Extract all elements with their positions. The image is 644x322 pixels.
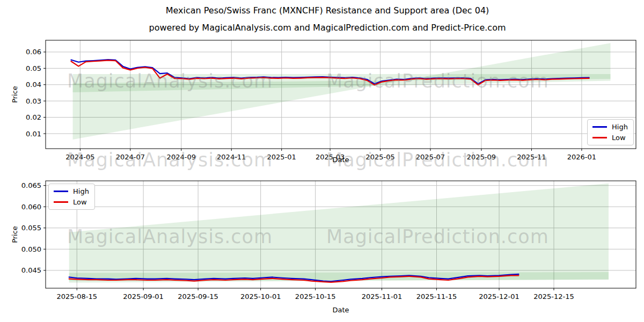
x-tick-label: 2025-10-15 xyxy=(295,292,336,301)
legend-entry-low: Low xyxy=(592,133,628,142)
y-axis-label-price-bottom: Price xyxy=(10,208,20,261)
x-tick-label: 2025-09-15 xyxy=(178,292,218,301)
high-line-sample xyxy=(592,126,607,128)
x-tick-label: 2025-11-01 xyxy=(362,292,402,301)
legend-top-chart: High Low xyxy=(587,119,634,145)
low-line-sample xyxy=(592,137,607,138)
x-tick-label: 2025-09-01 xyxy=(123,292,164,301)
y-tick-label: 0.055 xyxy=(21,224,41,232)
y-tick-label: 0.060 xyxy=(21,203,41,211)
legend-bottom-chart: High Low xyxy=(48,184,95,210)
x-tick-label: 2025-11-15 xyxy=(416,292,457,301)
y-tick-label: 0.02 xyxy=(26,113,41,121)
x-axis-label-date-top: Date xyxy=(46,156,636,164)
legend-entry-high: High xyxy=(592,122,628,131)
y-tick-label: 0.045 xyxy=(21,266,41,274)
high-line-sample xyxy=(54,191,68,192)
y-tick-label: 0.065 xyxy=(21,181,41,189)
legend-entry-low: Low xyxy=(54,197,89,207)
y-tick-label: 0.01 xyxy=(26,130,41,138)
x-tick-label: 2025-12-15 xyxy=(533,292,574,301)
x-axis-label-date-bottom: Date xyxy=(46,306,636,314)
legend-label: High xyxy=(73,187,89,195)
chart-title: Mexican Peso/Swiss Franc (MXNCHF) Resist… xyxy=(19,5,636,16)
x-tick-label: 2025-08-15 xyxy=(56,292,97,301)
x-tick-label: 2025-10-01 xyxy=(240,292,281,301)
x-tick-label: 2025-12-01 xyxy=(479,292,519,301)
figure: 2024-052024-072024-092024-112025-012025-… xyxy=(0,0,644,322)
y-tick-label: 0.03 xyxy=(26,97,41,105)
low-line-sample xyxy=(54,201,68,203)
y-tick-label: 0.04 xyxy=(26,80,41,89)
legend-label: Low xyxy=(612,134,626,142)
legend-label: Low xyxy=(73,198,87,206)
legend-entry-high: High xyxy=(54,187,89,196)
y-tick-label: 0.06 xyxy=(26,48,41,56)
y-tick-label: 0.05 xyxy=(26,64,41,72)
y-tick-label: 0.050 xyxy=(21,245,41,253)
legend-label: High xyxy=(612,123,628,131)
area-support-cone xyxy=(69,184,609,283)
chart-subtitle: powered by MagicalAnalysis.com and Magic… xyxy=(19,23,636,33)
y-axis-label-price-top: Price xyxy=(10,68,20,121)
